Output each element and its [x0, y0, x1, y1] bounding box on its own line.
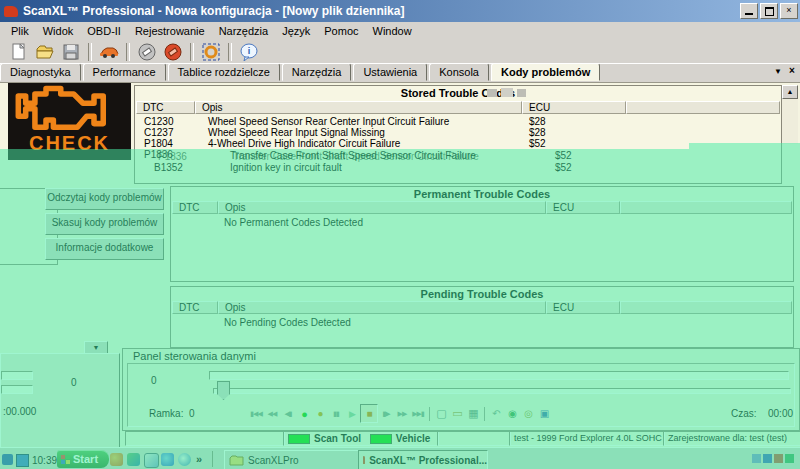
column-header-dtc[interactable]: DTC — [136, 101, 195, 114]
tab-performance[interactable]: Performance — [83, 63, 166, 81]
pause-button[interactable]: ▮▮ — [328, 405, 344, 422]
fragment-value: 0 — [71, 377, 77, 388]
skip-last-button[interactable]: ▶▶▮ — [410, 405, 426, 422]
stop-button[interactable]: ■ — [360, 404, 378, 423]
start-button[interactable]: Start — [57, 450, 109, 468]
column-header-ecu[interactable]: ECU — [546, 301, 620, 314]
status-bar: Scan Tool Vehicle test - 1999 Ford Explo… — [125, 429, 800, 448]
column-header-opis[interactable]: Opis — [218, 301, 546, 314]
fragment-bar — [1, 385, 33, 394]
menu-window[interactable]: Window — [366, 23, 419, 39]
status-cell-empty — [437, 431, 511, 446]
tab-narzedzia[interactable]: Narzędzia — [282, 63, 352, 81]
tray-icon[interactable] — [774, 454, 783, 463]
scroll-up-icon[interactable]: ▲ — [782, 85, 798, 99]
stored-codes-panel: Stored Trouble Codes DTC Opis ECU C1230 … — [134, 85, 782, 184]
step-forward-button[interactable]: ▮▶ — [378, 405, 394, 422]
snapshot-icon[interactable]: ▣ — [536, 405, 552, 422]
tray-fragment-icon — [2, 454, 13, 465]
reset-icon[interactable]: ↶ — [488, 405, 504, 422]
tray-icon[interactable] — [763, 454, 772, 463]
open-log-icon[interactable]: ▭ — [449, 405, 465, 422]
frame-slider[interactable] — [213, 388, 791, 394]
column-header-dtc[interactable]: DTC — [172, 201, 218, 214]
tab-list-dropdown-icon[interactable]: ▼ — [774, 67, 782, 76]
vehicle-label: Vehicle — [396, 433, 430, 444]
taskbar-item-scanxlpro[interactable]: ScanXLPro — [224, 450, 360, 469]
new-log-icon[interactable]: ▢ — [433, 405, 449, 422]
media-player-icon[interactable] — [178, 453, 191, 466]
tray-icon[interactable] — [752, 454, 761, 463]
record-log-icon[interactable]: ◎ — [520, 405, 536, 422]
scanxl-icon — [363, 456, 365, 464]
dashboard-editor-icon[interactable] — [199, 42, 223, 62]
marker-button[interactable]: ● — [312, 405, 328, 422]
pending-empty-message: No Pending Codes Detected — [224, 317, 351, 328]
close-icon[interactable]: × — [780, 3, 798, 19]
read-codes-button[interactable]: Odczytaj kody problemów — [45, 188, 164, 210]
column-header-opis[interactable]: Opis — [195, 101, 522, 114]
column-header-ecu[interactable]: ECU — [546, 201, 620, 214]
progress-track[interactable] — [209, 371, 789, 380]
registered-to: Zarejestrowane dla: test (test) — [663, 431, 800, 446]
tab-kody-problemow[interactable]: Kody problemów — [491, 63, 600, 81]
minimize-icon[interactable] — [740, 3, 758, 19]
play-button[interactable]: ▶ — [344, 405, 360, 422]
menu-bar: Plik Widok OBD-II Rejestrowanie Narzędzi… — [0, 22, 800, 40]
time-value: 00:00 — [768, 408, 793, 419]
folder-icon — [229, 454, 244, 466]
menu-rejestrowanie[interactable]: Rejestrowanie — [128, 23, 212, 39]
menu-plik[interactable]: Plik — [4, 23, 36, 39]
save-log-icon[interactable]: ▦ — [465, 405, 481, 422]
additional-info-button[interactable]: Informacje dodatkowe — [45, 238, 164, 260]
start-label: Start — [73, 453, 98, 465]
fast-rewind-button[interactable]: ◀◀ — [264, 405, 280, 422]
vehicle-manager-icon[interactable] — [97, 42, 121, 62]
frame-value: 0 — [189, 408, 195, 419]
column-header-dtc[interactable]: DTC — [172, 301, 218, 314]
tab-ustawienia[interactable]: Ustawienia — [353, 63, 427, 81]
menu-pomoc[interactable]: Pomoc — [317, 23, 365, 39]
quick-launch-chevron[interactable]: » — [196, 453, 202, 465]
about-icon[interactable]: i — [237, 42, 261, 62]
title-bar: ScanXL™ Professional - Nowa konfiguracja… — [0, 0, 800, 22]
record-button[interactable]: ● — [296, 405, 312, 422]
taskbar-separator — [212, 451, 213, 467]
firefox-icon[interactable] — [110, 453, 123, 466]
column-header-opis[interactable]: Opis — [218, 201, 546, 214]
column-header-blank[interactable] — [626, 101, 780, 114]
open-file-icon[interactable] — [33, 42, 57, 62]
column-header-blank[interactable] — [620, 301, 792, 314]
glitch-artifact — [517, 89, 526, 97]
menu-narzedzia[interactable]: Narzędzia — [212, 23, 276, 39]
internet-explorer-icon[interactable] — [161, 453, 174, 466]
vehicle-led — [370, 434, 392, 444]
fast-forward-button[interactable]: ▶▶ — [394, 405, 410, 422]
tab-diagnostyka[interactable]: Diagnostyka — [0, 63, 81, 81]
taskbar-item-scanxl[interactable]: ScanXL™ Professional... — [358, 450, 488, 469]
frame-label: Ramka: — [149, 408, 183, 419]
menu-jezyk[interactable]: Język — [275, 23, 317, 39]
step-back-button[interactable]: ◀▮ — [280, 405, 296, 422]
save-file-icon[interactable] — [59, 42, 83, 62]
tab-close-icon[interactable]: × — [789, 65, 795, 76]
fragment-time: :00.000 — [3, 406, 36, 417]
tab-konsola[interactable]: Konsola — [429, 63, 489, 81]
menu-obd[interactable]: OBD-II — [80, 23, 128, 39]
tab-tablice[interactable]: Tablice rozdzielcze — [168, 63, 280, 81]
screen: ScanXL™ Professional - Nowa konfiguracja… — [0, 0, 800, 469]
show-desktop-icon[interactable] — [127, 453, 140, 466]
clear-codes-button[interactable]: Skasuj kody problemów — [45, 213, 164, 235]
column-header-blank[interactable] — [620, 201, 792, 214]
disconnect-icon[interactable] — [161, 42, 185, 62]
tray-icon[interactable] — [785, 454, 794, 463]
scrollbar[interactable]: ▲ — [782, 85, 798, 144]
skip-first-button[interactable]: ▮◀◀ — [248, 405, 264, 422]
menu-widok[interactable]: Widok — [36, 23, 81, 39]
connect-icon[interactable] — [135, 42, 159, 62]
new-file-icon[interactable] — [7, 42, 31, 62]
column-header-ecu[interactable]: ECU — [522, 101, 626, 114]
explorer-icon[interactable] — [144, 453, 159, 468]
restore-icon[interactable] — [760, 3, 778, 19]
connect-log-icon[interactable]: ◉ — [504, 405, 520, 422]
